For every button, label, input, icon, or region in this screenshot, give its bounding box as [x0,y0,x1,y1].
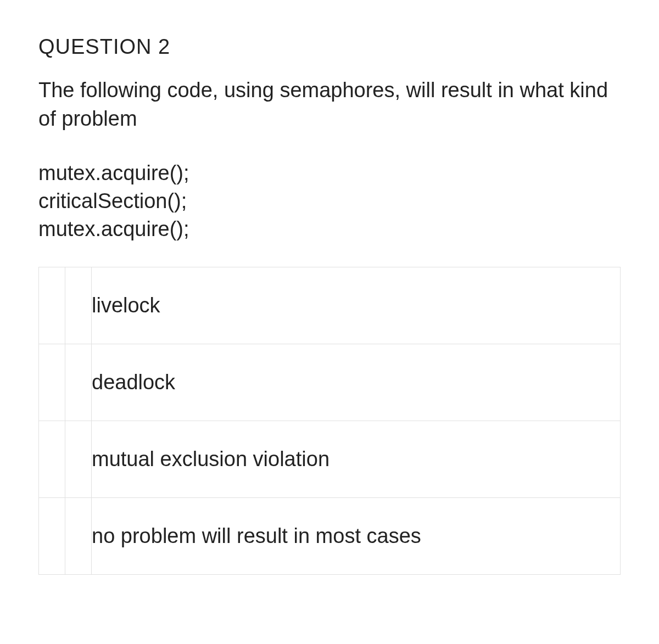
option-row[interactable]: no problem will result in most cases [39,497,621,574]
option-selector-a[interactable] [39,344,65,421]
option-label: livelock [92,267,621,344]
option-label: deadlock [92,344,621,421]
option-row[interactable]: livelock [39,267,621,344]
option-selector-a[interactable] [39,421,65,497]
option-selector-b[interactable] [65,267,92,344]
code-block: mutex.acquire(); criticalSection(); mute… [38,159,621,244]
question-prompt: The following code, using semaphores, wi… [38,76,621,133]
option-row[interactable]: deadlock [39,344,621,421]
option-label: no problem will result in most cases [92,497,621,574]
option-label: mutual exclusion violation [92,421,621,497]
question-title: QUESTION 2 [38,33,621,61]
options-table: livelock deadlock mutual exclusion viola… [38,267,621,575]
option-selector-a[interactable] [39,497,65,574]
option-selector-b[interactable] [65,497,92,574]
option-selector-b[interactable] [65,421,92,497]
option-row[interactable]: mutual exclusion violation [39,421,621,497]
option-selector-a[interactable] [39,267,65,344]
option-selector-b[interactable] [65,344,92,421]
